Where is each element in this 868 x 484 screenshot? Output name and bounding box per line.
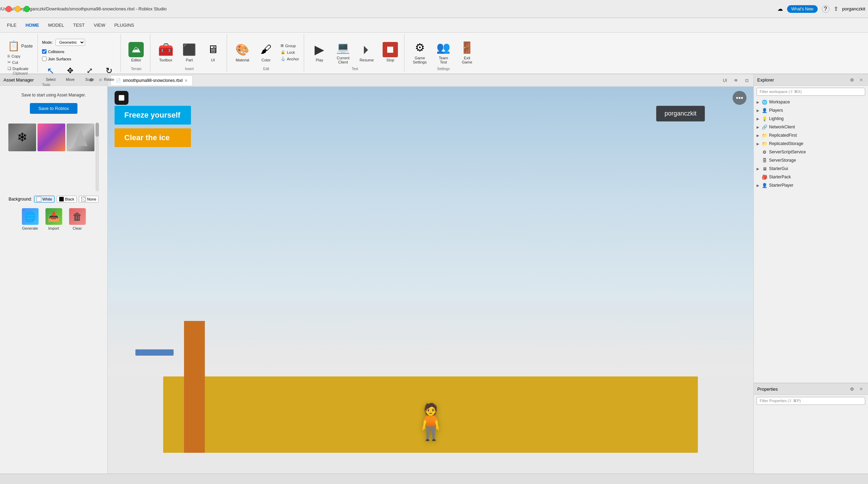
cut-button[interactable]: ✂ Cut — [6, 59, 20, 65]
menu-file[interactable]: FILE — [3, 21, 20, 29]
part-button[interactable]: ⬛ Part — [178, 39, 200, 64]
explorer-item-players[interactable]: ▶ 👤 Players — [754, 106, 868, 114]
explorer-settings-icon[interactable]: ⚙ — [849, 76, 856, 83]
explorer-item-starterplayer[interactable]: ▶ 👤 StarterPlayer — [754, 181, 868, 189]
save-to-roblox-button[interactable]: Save to Roblox — [30, 103, 77, 114]
mode-select[interactable]: Geometric — [56, 39, 85, 46]
ui-toggle-button[interactable]: UI — [721, 77, 729, 84]
viewport-tabs: 📄 smoothpuma98-snowclones.rbxl × UI 👁 ⊡ — [108, 74, 753, 87]
explorer-item-lighting[interactable]: ▶ 💡 Lighting — [754, 114, 868, 123]
replicatedstorage-icon: 📁 — [761, 141, 768, 147]
paste-button[interactable]: 📋 Paste — [6, 39, 35, 53]
group-button[interactable]: ⊞ Group — [278, 43, 301, 49]
freeze-yourself-button[interactable]: Freeze yourself — [115, 106, 191, 125]
menu-plugins[interactable]: PLUGINS — [110, 21, 138, 29]
properties-close-icon[interactable]: ✕ — [858, 385, 865, 392]
import-button[interactable]: 📥 Import — [45, 208, 62, 230]
lighting-icon: 💡 — [761, 116, 768, 122]
close-button[interactable] — [6, 6, 12, 12]
properties-settings-icon[interactable]: ⚙ — [849, 385, 856, 392]
serverscriptservice-label: ServerScriptService — [769, 150, 806, 154]
toolbox-button[interactable]: 🧰 Toolbox — [155, 39, 177, 64]
menu-home[interactable]: HOME — [21, 21, 43, 29]
mode-label: Mode: — [42, 40, 53, 44]
scene-orange-pillar — [184, 321, 205, 453]
minimize-button[interactable] — [15, 6, 21, 12]
menubar: FILE HOME MODEL TEST VIEW PLUGINS — [0, 18, 868, 33]
maximize-button[interactable] — [24, 6, 30, 12]
thumbnail-3[interactable] — [67, 124, 94, 151]
explorer-filter-input[interactable]: Filter workspace (⇧ ⌘X) — [757, 88, 865, 96]
current-client-button[interactable]: 💻 Current Client — [332, 37, 354, 66]
players-icon: 👤 — [761, 107, 768, 113]
collisions-checkbox[interactable] — [42, 49, 47, 54]
select-button[interactable]: ↖ Select — [42, 63, 59, 83]
mode-row: Mode: Geometric — [42, 39, 85, 46]
thumbnail-grid: ❄ — [8, 122, 95, 153]
bottom-icons: 🌐 Generate 📥 Import 🗑 Clear — [20, 205, 87, 233]
menu-view[interactable]: VIEW — [90, 21, 109, 29]
generate-button[interactable]: 🌐 Generate — [22, 208, 39, 230]
rotate-button[interactable]: ↻ Rotate — [100, 63, 118, 83]
starterplayer-expand-arrow: ▶ — [757, 184, 761, 187]
tab-close-icon[interactable]: × — [185, 78, 187, 83]
background-label: Background: — [9, 197, 32, 202]
starterplayer-label: StarterPlayer — [769, 183, 793, 188]
bg-white-option[interactable]: White — [34, 196, 55, 203]
share-button[interactable]: ⇧ — [834, 6, 838, 12]
tab-filename: smoothpuma98-snowclones.rbxl — [123, 78, 183, 83]
copy-button[interactable]: ⎘ Copy — [6, 53, 23, 59]
stop-button[interactable]: ⏹ Stop — [379, 39, 401, 64]
explorer-close-icon[interactable]: ✕ — [858, 76, 865, 83]
more-options-button[interactable]: ••• — [733, 91, 746, 105]
thumbnail-1[interactable]: ❄ — [8, 124, 36, 151]
asset-manager-content: Save to start using Asset Manager. Save … — [0, 86, 107, 474]
game-settings-button[interactable]: ⚙ Game Settings — [409, 37, 431, 66]
help-button[interactable]: ? — [822, 5, 829, 13]
menu-test[interactable]: TEST — [69, 21, 89, 29]
material-button[interactable]: 🎨 Material — [231, 39, 253, 64]
properties-filter-input[interactable]: Filter Properties (⇧ ⌘P) — [757, 397, 865, 405]
roblox-icon[interactable] — [115, 91, 128, 105]
join-surfaces-checkbox[interactable] — [42, 57, 47, 61]
viewport-expand-icon[interactable]: ⊡ — [743, 77, 751, 84]
explorer-item-serverscriptservice[interactable]: ⚙ ServerScriptService — [754, 148, 868, 156]
explorer-item-serverstorage[interactable]: 🗄 ServerStorage — [754, 156, 868, 164]
tools-section: Mode: Geometric Collisions Join Surfaces… — [39, 34, 121, 72]
whats-new-button[interactable]: What's New — [787, 5, 818, 13]
editor-button[interactable]: ⛰ Editor — [125, 39, 147, 64]
explorer-item-replicatedfirst[interactable]: ▶ 📁 ReplicatedFirst — [754, 131, 868, 139]
scale-button[interactable]: ⤢ Scale — [81, 63, 98, 83]
resume-button[interactable]: ⏵ Resume — [356, 39, 378, 64]
clear-button[interactable]: 🗑 Clear — [69, 208, 86, 230]
scene-blue-platform — [135, 349, 174, 356]
edit-section: 🎨 Material 🖌 Color ⊞ Group 🔒 Lock ⚓ Anch — [228, 34, 304, 72]
exit-game-button[interactable]: 🚪 Exit Game — [456, 37, 478, 66]
viewport-tab[interactable]: 📄 smoothpuma98-snowclones.rbxl × — [110, 75, 193, 85]
explorer-item-replicatedstorage[interactable]: ▶ 📁 ReplicatedStorage — [754, 139, 868, 148]
viewport-canvas[interactable]: ••• Freeze yourself Clear the ice porgan… — [108, 87, 753, 474]
explorer-item-starterpack[interactable]: 🎒 StarterPack — [754, 173, 868, 181]
duplicate-button[interactable]: ❑ Duplicate — [6, 66, 31, 71]
ui-button[interactable]: 🖥 UI — [202, 39, 224, 64]
color-button[interactable]: 🖌 Color — [255, 39, 277, 64]
clear-ice-button[interactable]: Clear the ice — [115, 128, 191, 147]
cloud-icon[interactable]: ☁ — [777, 6, 783, 12]
player-label: porganczkit — [656, 106, 705, 121]
explorer-item-startergui[interactable]: ▶ 🖥 StarterGui — [754, 164, 868, 173]
explorer-item-networkclient[interactable]: ▶ 🔗 NetworkClient — [754, 123, 868, 131]
menu-model[interactable]: MODEL — [44, 21, 68, 29]
lock-button[interactable]: 🔒 Lock — [278, 49, 301, 55]
anchor-button[interactable]: ⚓ Anchor — [278, 56, 301, 62]
team-test-button[interactable]: 👥 Team Test — [432, 37, 454, 66]
play-button[interactable]: ▶ Play — [308, 39, 331, 64]
bg-none-option[interactable]: None — [79, 196, 99, 203]
serverscriptservice-icon: ⚙ — [761, 149, 768, 155]
replicatedfirst-expand-arrow: ▶ — [757, 134, 761, 137]
eye-icon[interactable]: 👁 — [732, 77, 740, 84]
explorer-item-workspace[interactable]: ▶ 🌐 Workspace — [754, 98, 868, 106]
thumbnail-2[interactable] — [37, 124, 65, 151]
move-button[interactable]: ✥ Move — [61, 63, 79, 83]
asset-manager-scrollbar[interactable] — [95, 122, 99, 192]
bg-black-option[interactable]: Black — [57, 196, 77, 203]
